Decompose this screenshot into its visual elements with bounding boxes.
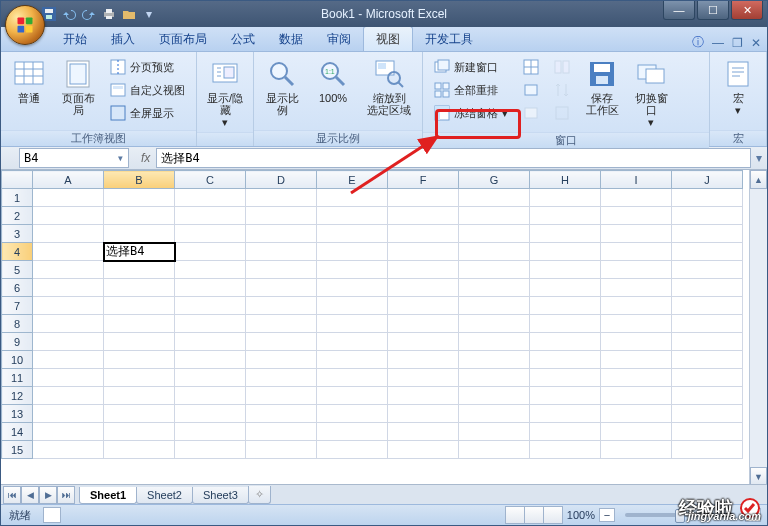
cell-J2[interactable] xyxy=(672,207,743,225)
cell-B1[interactable] xyxy=(104,189,175,207)
cell-J7[interactable] xyxy=(672,297,743,315)
switch-windows-button[interactable]: 切换窗口▾ xyxy=(627,54,675,132)
cell-H1[interactable] xyxy=(530,189,601,207)
cell-E11[interactable] xyxy=(317,369,388,387)
col-header-D[interactable]: D xyxy=(246,171,317,189)
cell-C5[interactable] xyxy=(175,261,246,279)
freeze-panes-button[interactable]: 冻结窗格 ▾ xyxy=(429,102,513,124)
cell-B6[interactable] xyxy=(104,279,175,297)
cell-C3[interactable] xyxy=(175,225,246,243)
cell-G1[interactable] xyxy=(459,189,530,207)
cell-E14[interactable] xyxy=(317,423,388,441)
cell-J8[interactable] xyxy=(672,315,743,333)
cell-E6[interactable] xyxy=(317,279,388,297)
cell-A6[interactable] xyxy=(33,279,104,297)
cell-E1[interactable] xyxy=(317,189,388,207)
col-header-H[interactable]: H xyxy=(530,171,601,189)
new-sheet-button[interactable]: ✧ xyxy=(248,486,271,504)
cell-B12[interactable] xyxy=(104,387,175,405)
zoom-level[interactable]: 100% xyxy=(567,509,595,521)
cell-G3[interactable] xyxy=(459,225,530,243)
cell-A14[interactable] xyxy=(33,423,104,441)
cell-E12[interactable] xyxy=(317,387,388,405)
cell-B11[interactable] xyxy=(104,369,175,387)
cell-F14[interactable] xyxy=(388,423,459,441)
cell-D14[interactable] xyxy=(246,423,317,441)
row-header-1[interactable]: 1 xyxy=(2,189,33,207)
zoom-in-button[interactable]: + xyxy=(745,508,761,522)
cell-E5[interactable] xyxy=(317,261,388,279)
cell-J10[interactable] xyxy=(672,351,743,369)
redo-icon[interactable] xyxy=(81,6,97,22)
cell-I5[interactable] xyxy=(601,261,672,279)
cell-A4[interactable] xyxy=(33,243,104,261)
cell-G6[interactable] xyxy=(459,279,530,297)
cell-E9[interactable] xyxy=(317,333,388,351)
row-header-11[interactable]: 11 xyxy=(2,369,33,387)
unhide-window-button[interactable] xyxy=(518,102,544,124)
cell-I3[interactable] xyxy=(601,225,672,243)
cell-H5[interactable] xyxy=(530,261,601,279)
cell-B9[interactable] xyxy=(104,333,175,351)
qat-open-icon[interactable] xyxy=(121,6,137,22)
cell-D9[interactable] xyxy=(246,333,317,351)
row-header-10[interactable]: 10 xyxy=(2,351,33,369)
qat-more-icon[interactable]: ▾ xyxy=(141,6,157,22)
cell-D1[interactable] xyxy=(246,189,317,207)
split-button[interactable] xyxy=(518,56,544,78)
row-header-3[interactable]: 3 xyxy=(2,225,33,243)
tab-view[interactable]: 视图 xyxy=(363,26,413,51)
sheet-tab-3[interactable]: Sheet3 xyxy=(192,487,249,504)
sheet-tab-2[interactable]: Sheet2 xyxy=(136,487,193,504)
cell-F3[interactable] xyxy=(388,225,459,243)
cell-F6[interactable] xyxy=(388,279,459,297)
cell-F2[interactable] xyxy=(388,207,459,225)
cell-B10[interactable] xyxy=(104,351,175,369)
tab-insert[interactable]: 插入 xyxy=(99,27,147,51)
col-header-C[interactable]: C xyxy=(175,171,246,189)
cell-J11[interactable] xyxy=(672,369,743,387)
cell-D2[interactable] xyxy=(246,207,317,225)
cell-J9[interactable] xyxy=(672,333,743,351)
cell-H12[interactable] xyxy=(530,387,601,405)
col-header-J[interactable]: J xyxy=(672,171,743,189)
cell-I10[interactable] xyxy=(601,351,672,369)
cell-C10[interactable] xyxy=(175,351,246,369)
cell-F9[interactable] xyxy=(388,333,459,351)
cell-H2[interactable] xyxy=(530,207,601,225)
cell-F5[interactable] xyxy=(388,261,459,279)
col-header-E[interactable]: E xyxy=(317,171,388,189)
cell-G4[interactable] xyxy=(459,243,530,261)
tab-page-layout[interactable]: 页面布局 xyxy=(147,27,219,51)
cell-E7[interactable] xyxy=(317,297,388,315)
tab-formulas[interactable]: 公式 xyxy=(219,27,267,51)
new-window-button[interactable]: 新建窗口 xyxy=(429,56,513,78)
cell-G13[interactable] xyxy=(459,405,530,423)
cell-I1[interactable] xyxy=(601,189,672,207)
full-screen-button[interactable]: 全屏显示 xyxy=(105,102,190,124)
name-box[interactable]: B4 ▾ xyxy=(19,148,129,168)
cell-A2[interactable] xyxy=(33,207,104,225)
cell-A7[interactable] xyxy=(33,297,104,315)
mdi-close-icon[interactable]: ✕ xyxy=(751,36,761,50)
row-header-2[interactable]: 2 xyxy=(2,207,33,225)
cell-I15[interactable] xyxy=(601,441,672,459)
cell-G7[interactable] xyxy=(459,297,530,315)
vertical-scrollbar[interactable]: ▲ ▼ xyxy=(749,170,767,486)
cell-G12[interactable] xyxy=(459,387,530,405)
view-normal-icon[interactable] xyxy=(505,506,525,524)
cell-C12[interactable] xyxy=(175,387,246,405)
reset-position-button[interactable] xyxy=(549,102,575,124)
cell-G14[interactable] xyxy=(459,423,530,441)
zoom-button[interactable]: 显示比例 xyxy=(258,54,306,120)
cell-A13[interactable] xyxy=(33,405,104,423)
cell-D12[interactable] xyxy=(246,387,317,405)
cell-G2[interactable] xyxy=(459,207,530,225)
cell-D15[interactable] xyxy=(246,441,317,459)
cell-D3[interactable] xyxy=(246,225,317,243)
cell-C15[interactable] xyxy=(175,441,246,459)
cell-I8[interactable] xyxy=(601,315,672,333)
row-header-7[interactable]: 7 xyxy=(2,297,33,315)
cell-A5[interactable] xyxy=(33,261,104,279)
cell-F8[interactable] xyxy=(388,315,459,333)
